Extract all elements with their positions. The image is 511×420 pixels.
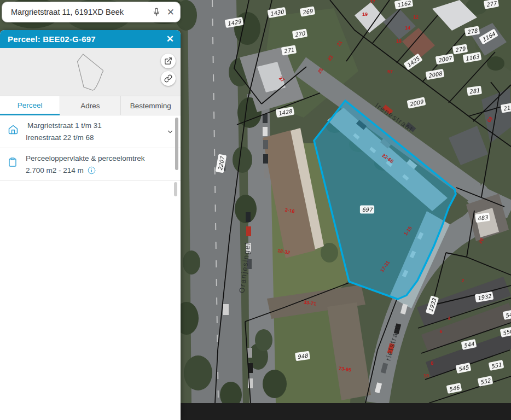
house-number-label: 4 — [448, 316, 450, 321]
microphone-icon[interactable] — [152, 7, 161, 17]
house-number-label: 12 — [413, 14, 419, 20]
tab-bestemming[interactable]: Bestemming — [120, 96, 181, 115]
house-number-label: 8 — [431, 360, 433, 366]
svg-text:697: 697 — [362, 207, 373, 213]
link-icon — [164, 74, 172, 83]
house-number-label: 57 — [387, 69, 393, 74]
clear-search-icon[interactable]: ✕ — [167, 8, 175, 17]
external-link-icon — [164, 57, 172, 65]
house-number-label: 6 — [439, 329, 442, 334]
house-number-label: 14 — [405, 25, 410, 31]
detail-tabs: Perceel Adres Bestemming — [0, 96, 181, 115]
address-line1: Margrietstraat 1 t/m 31 — [26, 120, 163, 132]
address-line2: Irenestraat 22 t/m 68 — [26, 132, 163, 144]
parcel-panel: Perceel: BEE02-G-697 ✕ Perceel Adres Bes… — [0, 30, 181, 420]
clipboard-icon — [8, 157, 20, 170]
open-external-button[interactable] — [161, 54, 176, 68]
parcel-shape-preview — [78, 54, 103, 90]
panel-header: Perceel: BEE02-G-697 ✕ — [0, 30, 181, 48]
info-icon[interactable] — [88, 166, 96, 174]
search-bar: ✕ — [2, 2, 181, 22]
parcel-preview — [0, 48, 181, 96]
search-input[interactable] — [10, 7, 152, 17]
panel-title: Perceel: BEE02-G-697 — [8, 34, 166, 44]
area-row: Perceeloppervlakte & perceelomtrek 2.700… — [0, 148, 181, 181]
svg-text:215: 215 — [503, 104, 511, 112]
copy-link-button[interactable] — [161, 71, 176, 86]
area-title: Perceeloppervlakte & perceelomtrek — [26, 153, 174, 165]
parcel-number-label: 697 — [360, 206, 374, 214]
area-value: 2.700 m2 - 214 m — [26, 165, 84, 177]
content-scrollbar[interactable] — [175, 118, 178, 170]
house-number-label: 17 — [370, 0, 375, 4]
tab-perceel[interactable]: Perceel — [0, 96, 60, 115]
home-icon — [8, 124, 20, 137]
address-row[interactable]: Margrietstraat 1 t/m 31 Irenestraat 22 t… — [0, 115, 181, 148]
close-icon[interactable]: ✕ — [166, 34, 174, 44]
house-number-label: 19 — [362, 11, 368, 17]
house-number-label: 10 — [423, 373, 429, 378]
tab-adres[interactable]: Adres — [60, 96, 120, 115]
map-letterbox — [181, 403, 511, 420]
panel-scrollbar[interactable] — [174, 182, 177, 196]
house-number-label: 16 — [396, 38, 402, 44]
house-number-label: 2 — [461, 278, 464, 283]
chevron-down-icon[interactable] — [166, 128, 174, 136]
